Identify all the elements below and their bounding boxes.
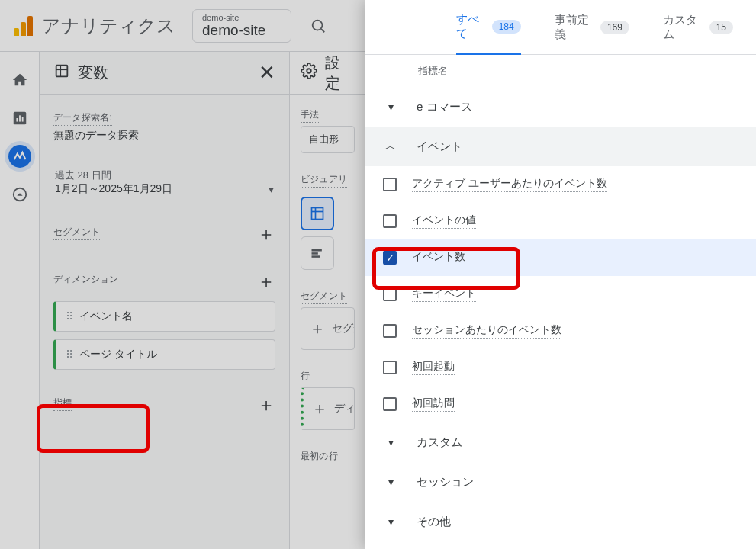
gear-icon bbox=[301, 63, 317, 83]
nav-rail bbox=[0, 52, 40, 549]
reports-icon[interactable] bbox=[8, 107, 31, 130]
row-label: 行 bbox=[301, 370, 310, 384]
count-badge: 184 bbox=[492, 20, 521, 34]
settings-segment-label: セグメント bbox=[301, 290, 347, 304]
checkbox[interactable] bbox=[383, 178, 397, 191]
add-segment-button[interactable]: ＋ bbox=[257, 222, 275, 246]
metric-item[interactable]: アクティブ ユーザーあたりのイベント数 bbox=[365, 166, 756, 203]
checkbox[interactable] bbox=[383, 397, 397, 411]
metric-item-label: 初回訪問 bbox=[412, 396, 455, 412]
chevron-down-icon: ▾ bbox=[383, 515, 398, 528]
svg-rect-3 bbox=[16, 118, 18, 122]
metric-item[interactable]: キーイベント bbox=[365, 276, 756, 313]
picker-tabs: すべて 184 事前定義 169 カスタム 15 bbox=[365, 0, 756, 55]
metric-item[interactable]: 初回起動 bbox=[365, 349, 756, 386]
tab-custom[interactable]: カスタム 15 bbox=[663, 0, 733, 54]
add-dimension-button[interactable]: ＋ bbox=[257, 269, 275, 294]
group-custom[interactable]: ▾ カスタム bbox=[365, 422, 756, 462]
technique-label: 手法 bbox=[301, 108, 319, 123]
metric-label: 指標 bbox=[53, 396, 72, 411]
group-event[interactable]: ︿ イベント bbox=[365, 127, 756, 166]
dimension-name: ページ タイトル bbox=[79, 348, 157, 361]
search-icon[interactable] bbox=[302, 10, 334, 42]
checkbox[interactable] bbox=[383, 287, 397, 301]
chevron-down-icon: ▾ bbox=[383, 101, 398, 113]
variables-icon bbox=[53, 63, 70, 83]
svg-point-10 bbox=[307, 69, 311, 73]
metric-item-event-count[interactable]: ✓ イベント数 bbox=[365, 239, 756, 276]
metric-picker-panel: すべて 184 事前定義 169 カスタム 15 指標名 ▾ e コマース ︿ … bbox=[365, 0, 756, 549]
home-icon[interactable] bbox=[8, 69, 31, 92]
viz-bar-button[interactable] bbox=[301, 236, 334, 270]
dimension-name: イベント名 bbox=[79, 310, 133, 323]
advertising-icon[interactable] bbox=[8, 183, 31, 206]
dimension-chip[interactable]: ⠿ イベント名 bbox=[53, 301, 275, 332]
property-label: demo-site bbox=[202, 13, 281, 22]
metric-item[interactable]: セッションあたりのイベント数 bbox=[365, 313, 756, 349]
metric-item-label: 初回起動 bbox=[412, 360, 455, 375]
checkbox[interactable] bbox=[383, 214, 397, 228]
dimension-label: ディメンション bbox=[53, 273, 119, 287]
analytics-icon bbox=[14, 16, 33, 36]
chevron-down-icon: ▾ bbox=[269, 183, 274, 195]
metric-item[interactable]: イベントの値 bbox=[365, 203, 756, 239]
viz-table-button[interactable] bbox=[301, 197, 334, 230]
metric-item-label: イベントの値 bbox=[412, 214, 476, 229]
svg-rect-4 bbox=[19, 115, 21, 121]
settings-panel: 設定 手法 自由形 ビジュアリ bbox=[290, 52, 366, 549]
metric-item-label: キーイベント bbox=[412, 287, 476, 302]
svg-rect-15 bbox=[312, 252, 318, 255]
chevron-down-icon: ▾ bbox=[383, 436, 398, 448]
exploration-name: 無題のデータ探索 bbox=[53, 129, 275, 143]
exploration-name-field[interactable]: データ探索名: 無題のデータ探索 bbox=[53, 110, 275, 143]
picker-column-header: 指標名 bbox=[365, 55, 756, 87]
settings-title: 設定 bbox=[325, 53, 355, 94]
drag-handle-icon[interactable]: ⠿ bbox=[66, 348, 72, 361]
logo: アナリティクス bbox=[14, 14, 175, 38]
plus-icon: ＋ bbox=[309, 317, 326, 340]
svg-rect-11 bbox=[312, 208, 323, 220]
svg-point-0 bbox=[313, 20, 323, 30]
dimension-chip[interactable]: ⠿ ページ タイトル bbox=[53, 339, 275, 370]
variables-title: 変数 bbox=[78, 63, 108, 83]
svg-rect-5 bbox=[21, 117, 23, 121]
drag-handle-icon[interactable]: ⠿ bbox=[66, 310, 72, 323]
date-range-label: 過去 28 日間 bbox=[55, 169, 274, 182]
row-dropzone[interactable]: ＋ ディする bbox=[301, 387, 355, 430]
metric-item-label: アクティブ ユーザーあたりのイベント数 bbox=[412, 177, 607, 192]
chevron-down-icon: ▾ bbox=[383, 476, 398, 488]
count-badge: 169 bbox=[600, 21, 629, 34]
count-badge: 15 bbox=[709, 21, 733, 34]
group-session[interactable]: ▾ セッション bbox=[365, 462, 756, 502]
explore-icon[interactable] bbox=[8, 145, 31, 168]
add-metric-button[interactable]: ＋ bbox=[257, 393, 275, 417]
checkbox[interactable] bbox=[383, 361, 397, 374]
checkbox[interactable] bbox=[383, 324, 397, 338]
date-range-value: 1月2日～2025年1月29日 bbox=[55, 182, 172, 196]
exploration-label: データ探索名: bbox=[53, 111, 112, 126]
technique-select[interactable]: 自由形 bbox=[301, 126, 355, 153]
date-range-selector[interactable]: 過去 28 日間 1月2日～2025年1月29日 ▾ bbox=[53, 165, 275, 199]
picker-list: ▾ e コマース ︿ イベント アクティブ ユーザーあたりのイベント数 イベント… bbox=[365, 87, 756, 549]
tab-all[interactable]: すべて 184 bbox=[456, 1, 520, 55]
app-title: アナリティクス bbox=[42, 14, 175, 38]
svg-rect-14 bbox=[312, 249, 322, 252]
metric-item-label: イベント数 bbox=[412, 250, 465, 265]
segment-label: セグメント bbox=[53, 226, 100, 240]
segment-dropzone[interactable]: ＋ セグか選 bbox=[301, 307, 355, 350]
group-ecommerce[interactable]: ▾ e コマース bbox=[365, 87, 756, 127]
property-selector[interactable]: demo-site demo-site bbox=[192, 9, 291, 43]
group-other[interactable]: ▾ その他 bbox=[365, 502, 756, 541]
variables-panel: 変数 ✕ データ探索名: 無題のデータ探索 過去 28 日間 1月2日～2025… bbox=[40, 52, 290, 549]
checkbox-checked[interactable]: ✓ bbox=[383, 251, 397, 265]
plus-icon: ＋ bbox=[311, 397, 328, 420]
svg-rect-16 bbox=[312, 255, 320, 258]
tab-predefined[interactable]: 事前定義 169 bbox=[555, 0, 629, 54]
visualization-label: ビジュアリ bbox=[301, 173, 347, 188]
svg-line-1 bbox=[321, 29, 324, 32]
metric-item[interactable]: 初回訪問 bbox=[365, 386, 756, 422]
first-row-label: 最初の行 bbox=[301, 450, 338, 464]
svg-rect-7 bbox=[56, 66, 68, 77]
metric-item-label: セッションあたりのイベント数 bbox=[412, 323, 561, 339]
close-icon[interactable]: ✕ bbox=[259, 61, 275, 85]
